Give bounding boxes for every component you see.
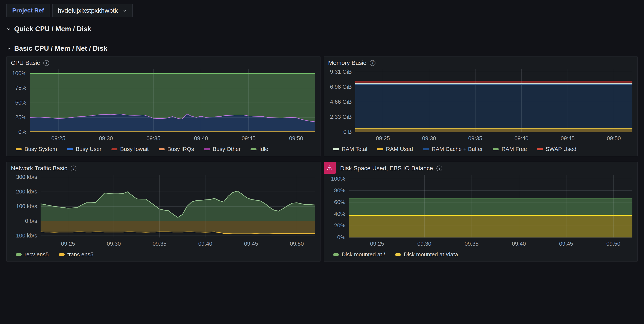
x-axis-label: 09:50 [279,135,313,142]
legend-color-chip [16,148,22,150]
panel-header: Disk Space Used, EBS IO Balance i [324,162,638,173]
charts-grid: CPU Basic i 0%25%50%75%100%09:2509:3009:… [6,56,638,262]
legend-item[interactable]: Busy Iowait [112,146,149,152]
grafana-dashboard: Project Ref hvdelujxlxstpxkhwbtk Quick C… [0,0,644,262]
x-axis-label: 09:40 [184,135,218,142]
y-axis-label: 100% [326,176,346,182]
chevron-down-icon [122,8,127,13]
legend-label: trans ens5 [68,251,94,258]
legend-label: RAM Used [386,146,413,152]
legend-item[interactable]: RAM Cache + Buffer [423,146,483,152]
x-axis-label: 09:30 [96,240,131,247]
legend-color-chip [67,148,73,150]
x-axis-label: 09:45 [234,240,268,247]
chevron-down-icon [6,46,11,51]
info-icon[interactable]: i [370,60,376,66]
panel-title[interactable]: CPU Basic [11,60,40,66]
legend-label: Busy IRQs [168,146,194,152]
cpu-basic-chart[interactable]: 0%25%50%75%100%09:2509:3009:3509:4009:45… [8,67,318,144]
disk-space-legend: Disk mounted at /Disk mounted at /data [324,249,638,262]
memory-basic-legend: RAM TotalRAM UsedRAM Cache + BufferRAM F… [324,144,638,156]
legend-item[interactable]: Busy IRQs [159,146,194,152]
legend-item[interactable]: Busy System [16,146,57,152]
legend-color-chip [377,148,383,150]
variable-label-project-ref: Project Ref [6,4,50,17]
legend-color-chip [112,148,118,150]
section-title: Basic CPU / Mem / Net / Disk [14,44,107,52]
legend-color-chip [333,253,339,256]
project-ref-value: hvdelujxlxstpxkhwbtk [58,7,118,14]
network-traffic-legend: recv ens5trans ens5 [7,249,320,262]
legend-item[interactable]: RAM Used [377,146,413,152]
disk-space-chart[interactable]: 0%20%40%60%80%100%09:2509:3009:3509:4009… [326,173,636,249]
x-axis-label: 09:25 [51,240,85,247]
legend-label: Busy System [24,146,57,152]
legend-label: Disk mounted at /data [404,251,458,258]
y-axis-label: 100 kb/s [8,203,37,210]
legend-color-chip [493,148,499,150]
panel-title[interactable]: Memory Basic [328,60,366,66]
y-axis-label: 100% [8,70,26,77]
y-axis-label: 0% [326,234,346,241]
y-axis-label: 9.31 GiB [326,68,352,75]
panel-title[interactable]: Network Traffic Basic [11,165,67,172]
info-icon[interactable]: i [43,60,49,66]
legend-item[interactable]: Busy User [67,146,102,152]
legend-item[interactable]: recv ens5 [16,251,49,258]
section-header-basic[interactable]: Basic CPU / Mem / Net / Disk [6,44,644,52]
x-axis-label: 09:45 [550,135,585,142]
y-axis-label: 4.66 GiB [326,98,352,105]
x-axis-label: 09:45 [232,135,266,142]
y-axis-label: 50% [8,100,26,106]
panel-title[interactable]: Disk Space Used, EBS IO Balance [340,165,433,172]
legend-label: RAM Total [342,146,367,152]
y-axis-label: 25% [8,114,26,121]
y-axis-label: 300 kb/s [8,174,37,180]
y-axis-label: 0 b/s [8,218,37,224]
x-axis-label: 09:50 [596,135,631,142]
legend-label: RAM Cache + Buffer [432,146,483,152]
dashboard-topbar: Project Ref hvdelujxlxstpxkhwbtk [0,0,644,17]
legend-item[interactable]: RAM Total [333,146,367,152]
x-axis-label: 09:25 [41,135,76,142]
legend-item[interactable]: Idle [250,146,268,152]
project-ref-dropdown[interactable]: hvdelujxlxstpxkhwbtk [52,4,133,17]
legend-label: Busy Other [213,146,241,152]
legend-item[interactable]: Disk mounted at /data [395,251,458,258]
legend-item[interactable]: SWAP Used [537,146,576,152]
legend-color-chip [423,148,429,150]
legend-label: Busy User [76,146,102,152]
y-axis-label: 2.33 GiB [326,114,352,120]
y-axis-label: 6.98 GiB [326,84,352,90]
panel-header: Memory Basic i [324,56,638,67]
legend-color-chip [159,148,165,150]
legend-item[interactable]: trans ens5 [58,251,94,258]
chart-canvas [8,67,318,144]
legend-item[interactable]: Disk mounted at / [333,251,385,258]
legend-color-chip [537,148,543,150]
x-axis-label: 09:45 [549,240,583,247]
y-axis-label: 20% [326,222,346,229]
chart-canvas [326,173,636,249]
info-icon[interactable]: i [436,166,442,171]
alert-state-badge[interactable]: ⚠ [324,162,336,174]
x-axis-label: 09:35 [136,135,171,142]
legend-color-chip [333,148,339,150]
panel-memory-basic: Memory Basic i 0 B2.33 GiB4.66 GiB6.98 G… [324,56,638,156]
legend-item[interactable]: RAM Free [493,146,527,152]
legend-label: SWAP Used [546,146,576,152]
x-axis-label: 09:40 [188,240,222,247]
x-axis-label: 09:35 [142,240,177,247]
chevron-down-icon [6,26,11,31]
panel-header: Network Traffic Basic i [7,162,320,173]
network-traffic-chart[interactable]: -100 kb/s0 b/s100 kb/s200 kb/s300 kb/s09… [8,173,318,249]
x-axis-label: 09:30 [89,135,123,142]
info-icon[interactable]: i [71,166,76,171]
legend-color-chip [395,253,401,256]
legend-item[interactable]: Busy Other [204,146,241,152]
legend-color-chip [250,148,256,150]
x-axis-label: 09:30 [407,240,442,247]
section-header-quick[interactable]: Quick CPU / Mem / Disk [6,25,644,33]
y-axis-label: 200 kb/s [8,188,37,195]
memory-basic-chart[interactable]: 0 B2.33 GiB4.66 GiB6.98 GiB9.31 GiB09:25… [326,67,636,144]
